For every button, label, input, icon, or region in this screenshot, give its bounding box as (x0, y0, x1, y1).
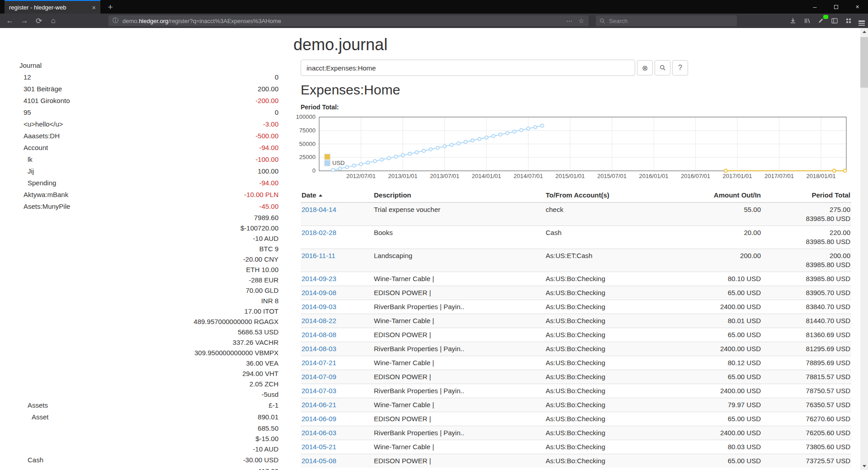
bookmark-star-icon[interactable]: ☆ (578, 17, 584, 24)
scroll-down-icon[interactable] (860, 462, 868, 470)
apps-grid-icon[interactable] (842, 15, 855, 27)
date-link[interactable]: 2014-07-09 (302, 373, 336, 381)
amount-cell: 80.12 USD (671, 356, 762, 370)
url-bar[interactable]: ⓘ demo.hledger.org/register?q=inacct%3AE… (108, 15, 589, 26)
new-tab-button[interactable]: + (104, 1, 117, 14)
y-tick-label: 100000 (296, 114, 316, 120)
register-table-header: Date Description To/From Account(s) Amou… (301, 190, 851, 202)
window-minimize-button[interactable]: – (804, 0, 826, 14)
account-link[interactable]: Assets (0, 400, 48, 411)
browser-search-bar[interactable]: Search (596, 15, 737, 26)
account-link (0, 368, 24, 379)
date-cell: 2014-06-03 (301, 426, 373, 440)
account-link[interactable]: lk (0, 154, 33, 165)
sidebar-account-row: 2.05 ZCH (0, 379, 289, 389)
browser-search-placeholder: Search (609, 18, 627, 24)
date-link[interactable]: 2014-08-08 (302, 331, 336, 338)
data-point (345, 165, 349, 169)
data-point (520, 128, 523, 132)
date-link[interactable]: 2014-06-21 (302, 401, 336, 409)
date-link[interactable]: 2014-09-03 (302, 303, 336, 310)
date-link[interactable]: 2016-11-11 (302, 252, 335, 259)
date-link[interactable]: 2018-04-14 (302, 206, 336, 213)
data-point (506, 132, 509, 135)
site-info-icon[interactable]: ⓘ (113, 17, 118, 25)
date-link[interactable]: 2014-08-03 (302, 345, 336, 352)
account-balance: -5usd (261, 389, 289, 400)
sidebar-account-row: Asset890.01 (0, 411, 289, 423)
amount-cell: 2400.00 USD (671, 300, 762, 314)
account-link[interactable]: 95 (0, 107, 31, 118)
date-link[interactable]: 2014-09-23 (302, 275, 336, 282)
menu-icon[interactable] (855, 15, 868, 27)
tab-close-icon[interactable]: × (92, 4, 96, 11)
page-actions-icon[interactable]: ⋯ (566, 17, 573, 24)
browser-tab[interactable]: register - hledger-web × (5, 0, 100, 14)
window-close-button[interactable]: × (847, 0, 868, 14)
account-link[interactable]: Account (0, 142, 48, 154)
scroll-up-icon[interactable] (860, 28, 868, 36)
journal-link[interactable]: Journal (19, 61, 42, 69)
reload-icon[interactable]: ⟳ (33, 15, 45, 27)
account-link[interactable]: 301 Beiträge (0, 83, 62, 95)
tab-title: register - hledger-web (9, 4, 88, 11)
x-tick-label: 2013/01/01 (388, 173, 417, 179)
column-header-description: Description (373, 190, 545, 202)
account-link (0, 327, 24, 337)
account-link[interactable]: 12 (0, 71, 31, 83)
highlighter-icon[interactable] (815, 15, 827, 27)
x-tick-label: 2014/07/01 (514, 173, 543, 179)
period-total-cell: 275.0083985.80 USD (762, 202, 851, 226)
account-link (0, 223, 24, 233)
date-link[interactable]: 2014-06-03 (302, 429, 336, 437)
back-icon[interactable]: ← (4, 15, 16, 27)
account-link[interactable]: 4101 Girokonto (0, 95, 70, 107)
period-total-cell: 200.0083985.80 USD (762, 249, 851, 272)
library-icon[interactable] (801, 15, 813, 27)
account-balance: -45.00 (259, 201, 289, 212)
scrollbar[interactable] (860, 28, 868, 470)
date-link[interactable]: 2014-05-21 (302, 443, 336, 451)
clear-search-button[interactable]: ⊗ (637, 60, 653, 75)
window-maximize-button[interactable] (826, 0, 847, 14)
data-point (457, 142, 460, 145)
scrollbar-thumb[interactable] (860, 37, 868, 88)
period-total-cell: 78895.69 USD (762, 356, 851, 370)
account-link[interactable]: Cash (0, 454, 43, 466)
account-balance: 0 (275, 71, 289, 83)
account-link[interactable]: Aaasets:DH (0, 130, 60, 142)
home-icon[interactable]: ⌂ (47, 15, 60, 27)
amount-cell: 2400.00 USD (671, 426, 762, 440)
account-link[interactable]: Asets:MunyPile (0, 201, 70, 212)
sidebar-toggle-icon[interactable] (828, 15, 841, 27)
table-row: 2014-06-09EDISON POWER |As:US:Bo:Checkin… (301, 412, 851, 426)
date-link[interactable]: 2018-02-28 (302, 229, 336, 236)
column-header-date[interactable]: Date (301, 190, 373, 202)
date-link[interactable]: 2014-05-08 (302, 457, 336, 465)
account-link[interactable]: <u>hello</u> (0, 118, 63, 130)
query-input[interactable] (301, 60, 635, 76)
date-link[interactable]: 2014-07-21 (302, 359, 336, 367)
date-cell: 2014-05-21 (301, 440, 373, 454)
sidebar-account-list: 120301 Beiträge200.004101 Girokonto-200.… (0, 71, 289, 470)
account-link[interactable]: Aktywa:mBank (0, 189, 68, 201)
account-balance: 337.26 VACHR (233, 337, 289, 348)
account-link[interactable]: Asset (0, 411, 49, 423)
account-link[interactable]: Jij (0, 165, 34, 177)
search-help-button[interactable]: ? (672, 60, 688, 75)
data-point (422, 149, 425, 152)
amount-cell: 80.03 USD (671, 440, 762, 454)
account-link[interactable]: Spending (0, 177, 56, 189)
download-icon[interactable] (787, 15, 799, 27)
period-total-cell: 76270.60 USD (762, 412, 851, 426)
date-link[interactable]: 2014-08-22 (302, 317, 336, 324)
account-balance: 890.01 (258, 411, 289, 423)
date-link[interactable]: 2014-06-09 (302, 415, 336, 423)
search-button[interactable] (655, 60, 670, 75)
account-link (0, 254, 24, 264)
date-cell: 2014-07-21 (301, 356, 373, 370)
sidebar-account-row: 5686.53 USD (0, 327, 289, 337)
date-link[interactable]: 2014-07-03 (302, 387, 336, 395)
forward-icon[interactable]: → (18, 15, 31, 27)
date-link[interactable]: 2014-09-08 (302, 289, 336, 296)
